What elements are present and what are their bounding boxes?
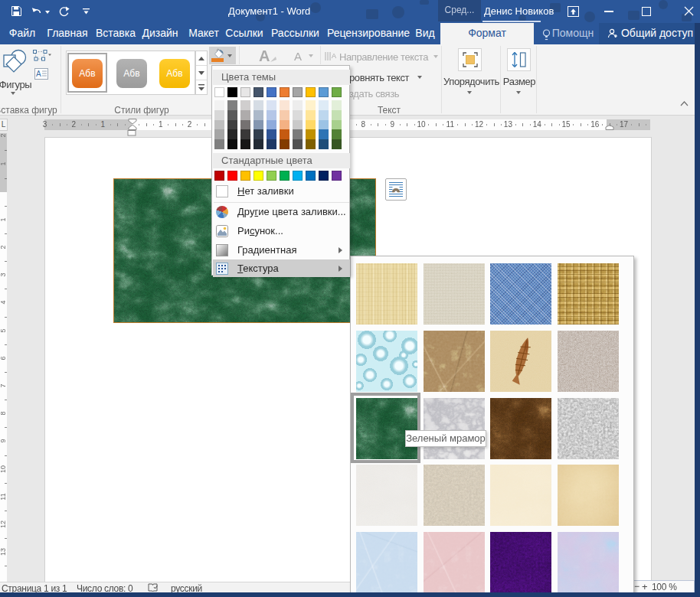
svg-text:A: A [332,52,336,60]
svg-text:А: А [36,70,41,78]
